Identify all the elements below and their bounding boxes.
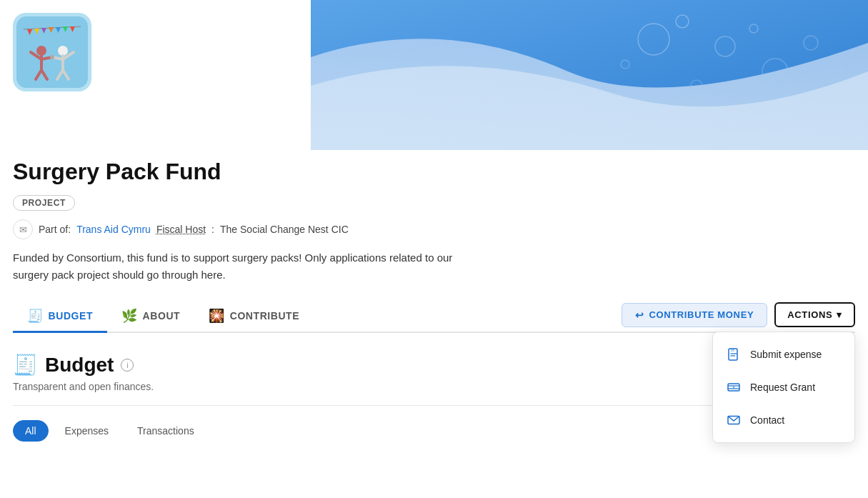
contribute-tab-label: CONTRIBUTE xyxy=(230,310,299,322)
contribute-tab-icon: 🎇 xyxy=(209,308,225,324)
nav-bar: 🧾 BUDGET 🌿 ABOUT 🎇 CONTRIBUTE ↩ CONTRIBU… xyxy=(13,301,855,333)
nav-tabs: 🧾 BUDGET 🌿 ABOUT 🎇 CONTRIBUTE xyxy=(13,301,622,332)
about-tab-label: ABOUT xyxy=(143,310,181,322)
hero-background xyxy=(311,0,868,150)
submit-expense-label: Submit expense xyxy=(750,349,822,360)
hero-section xyxy=(0,0,868,150)
part-of-label: Part of: xyxy=(39,224,71,235)
chevron-down-icon: ▾ xyxy=(837,309,842,320)
tab-budget[interactable]: 🧾 BUDGET xyxy=(13,301,107,333)
fiscal-host-label: Fiscal Host xyxy=(156,224,206,235)
filter-tab-expenses[interactable]: Expenses xyxy=(53,420,121,442)
budget-section-title: Budget xyxy=(45,354,114,377)
filter-tab-transactions[interactable]: Transactions xyxy=(125,420,206,442)
dropdown-item-submit-expense[interactable]: Submit expense xyxy=(713,338,854,371)
dropdown-item-contact[interactable]: Contact xyxy=(713,404,854,437)
svg-point-31 xyxy=(50,55,54,59)
dropdown-item-request-grant[interactable]: Request Grant xyxy=(713,371,854,404)
about-tab-icon: 🌿 xyxy=(121,308,138,324)
request-grant-label: Request Grant xyxy=(750,382,815,393)
email-icon: ✉ xyxy=(13,219,33,239)
page-content: Surgery Pack Fund PROJECT ✉ Part of: Tra… xyxy=(0,159,868,333)
submit-expense-icon xyxy=(726,347,742,362)
page-title: Surgery Pack Fund xyxy=(13,159,855,185)
svg-point-39 xyxy=(733,387,735,389)
svg-point-19 xyxy=(36,46,46,56)
contribute-money-button[interactable]: ↩ CONTRIBUTE MONEY xyxy=(622,303,768,327)
contribute-money-label: CONTRIBUTE MONEY xyxy=(649,309,754,320)
tab-about[interactable]: 🌿 ABOUT xyxy=(107,301,194,333)
fiscal-host-separator: : xyxy=(211,224,214,235)
org-link[interactable]: Trans Aid Cymru xyxy=(76,224,151,235)
project-badge: PROJECT xyxy=(13,195,75,211)
actions-wrapper: ACTIONS ▾ xyxy=(774,302,855,327)
svg-rect-33 xyxy=(731,349,734,352)
actions-label: ACTIONS xyxy=(787,309,832,320)
tab-contribute[interactable]: 🎇 CONTRIBUTE xyxy=(194,301,314,333)
actions-dropdown: Submit expense Request Gra xyxy=(712,332,855,443)
budget-tab-label: BUDGET xyxy=(49,310,93,322)
filter-transactions-label: Transactions xyxy=(137,425,194,437)
fiscal-host-name: The Social Change Nest CIC xyxy=(220,224,349,235)
request-grant-icon xyxy=(726,379,742,395)
contact-icon xyxy=(726,412,742,428)
filter-all-label: All xyxy=(25,425,36,437)
actions-button[interactable]: ACTIONS ▾ xyxy=(774,302,855,327)
nav-actions: ↩ CONTRIBUTE MONEY ACTIONS ▾ xyxy=(622,302,855,330)
budget-info-icon[interactable]: i xyxy=(121,359,134,372)
filter-expenses-label: Expenses xyxy=(65,425,109,437)
org-logo[interactable] xyxy=(13,13,91,91)
filter-tab-all[interactable]: All xyxy=(13,420,49,442)
contact-label: Contact xyxy=(750,414,784,426)
budget-section-icon: 🧾 xyxy=(13,353,38,377)
project-description: Funded by Consortium, this fund is to su… xyxy=(13,249,470,284)
contribute-money-icon: ↩ xyxy=(635,309,644,321)
budget-tab-icon: 🧾 xyxy=(27,308,44,324)
meta-row: ✉ Part of: Trans Aid Cymru Fiscal Host :… xyxy=(13,219,855,239)
svg-point-25 xyxy=(58,46,68,56)
